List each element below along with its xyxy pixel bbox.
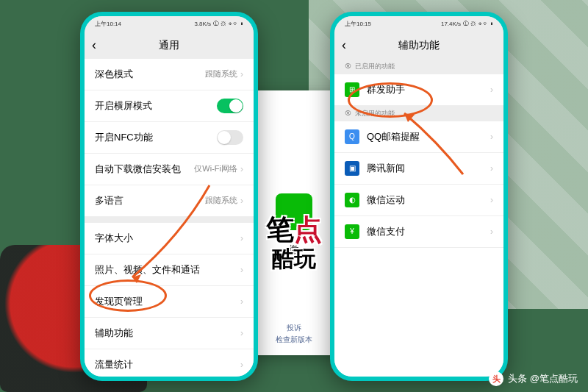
chevron-icon: › <box>240 164 243 174</box>
nav-bar: ‹ 通用 <box>85 32 254 59</box>
back-icon[interactable]: ‹ <box>342 38 346 53</box>
phone-right: 上午10:15 17.4K/sⓘ ⚙ ◉ ᯤ ▮ ‹ 辅助功能 ⦿已启用的功能⊞… <box>330 12 508 381</box>
chevron-icon: › <box>490 195 493 205</box>
watermark: 笔点 酷玩 <box>266 216 322 269</box>
settings-row[interactable]: 辅助功能› <box>85 318 254 349</box>
phone-left: 上午10:14 3.8K/sⓘ ⚙ ◉ ᯤ ▮ ‹ 通用 深色模式跟随系统›开启… <box>80 12 258 381</box>
chevron-icon: › <box>490 163 493 174</box>
chevron-icon: › <box>490 85 493 95</box>
row-label: 多语言 <box>95 194 205 207</box>
feature-row[interactable]: ⊞群发助手› <box>334 74 503 106</box>
row-label: 开启横屏模式 <box>95 99 217 113</box>
settings-row[interactable]: 照片、视频、文件和通话› <box>85 254 254 286</box>
chevron-icon: › <box>240 69 243 79</box>
settings-row[interactable]: 开启横屏模式 <box>85 90 254 122</box>
section-header: ⦿已启用的功能 <box>334 59 503 74</box>
status-bar: 上午10:14 3.8K/sⓘ ⚙ ◉ ᯤ ▮ <box>85 16 254 32</box>
avatar-icon: 头 <box>489 371 503 386</box>
settings-row[interactable]: 发现页管理› <box>85 286 254 318</box>
toggle-switch[interactable] <box>217 130 243 145</box>
settings-row[interactable]: 流量统计› <box>85 349 254 377</box>
chevron-icon: › <box>240 233 243 243</box>
settings-row[interactable]: 字体大小› <box>85 223 254 254</box>
row-label: 字体大小 <box>95 232 240 245</box>
chevron-icon: › <box>240 196 243 206</box>
page-title: 辅助功能 <box>398 39 440 52</box>
nav-bar: ‹ 辅助功能 <box>334 32 503 59</box>
chevron-icon: › <box>240 296 243 307</box>
app-icon: Q <box>345 129 359 144</box>
app-icon: ◐ <box>345 193 359 207</box>
feature-row[interactable]: ¥微信支付› <box>334 216 503 248</box>
page-title: 通用 <box>159 39 179 52</box>
chevron-icon: › <box>240 360 243 370</box>
settings-row[interactable]: 深色模式跟随系统› <box>85 59 254 90</box>
app-icon: ▣ <box>345 161 359 176</box>
status-bar: 上午10:15 17.4K/sⓘ ⚙ ◉ ᯤ ▮ <box>334 16 503 32</box>
row-label: 辅助功能 <box>95 327 240 340</box>
row-label: 自动下载微信安装包 <box>95 163 194 176</box>
row-label: 照片、视频、文件和通话 <box>95 263 240 277</box>
row-label: 发现页管理 <box>95 295 240 308</box>
chevron-icon: › <box>490 132 493 142</box>
app-icon: ⊞ <box>345 82 359 97</box>
settings-row[interactable]: 多语言跟随系统› <box>85 185 254 217</box>
chevron-icon: › <box>240 265 243 275</box>
section-header: ⦿未启用的功能 <box>334 106 503 121</box>
footer-attribution: 头 头条 @笔点酷玩 <box>489 371 578 386</box>
toggle-switch[interactable] <box>217 99 243 113</box>
settings-row[interactable]: 开启NFC功能 <box>85 122 254 154</box>
row-label: 深色模式 <box>95 68 205 81</box>
settings-row[interactable]: 自动下载微信安装包仅Wi-Fi网络› <box>85 154 254 185</box>
back-icon[interactable]: ‹ <box>92 38 96 53</box>
chevron-icon: › <box>490 227 493 237</box>
feature-row[interactable]: ◐微信运动› <box>334 185 503 216</box>
feature-row[interactable]: ▣腾讯新闻› <box>334 153 503 185</box>
row-label: 流量统计 <box>95 358 240 371</box>
app-icon: ¥ <box>345 224 359 239</box>
row-label: 开启NFC功能 <box>95 131 217 144</box>
feature-row[interactable]: QQQ邮箱提醒› <box>334 121 503 153</box>
chevron-icon: › <box>240 328 243 338</box>
